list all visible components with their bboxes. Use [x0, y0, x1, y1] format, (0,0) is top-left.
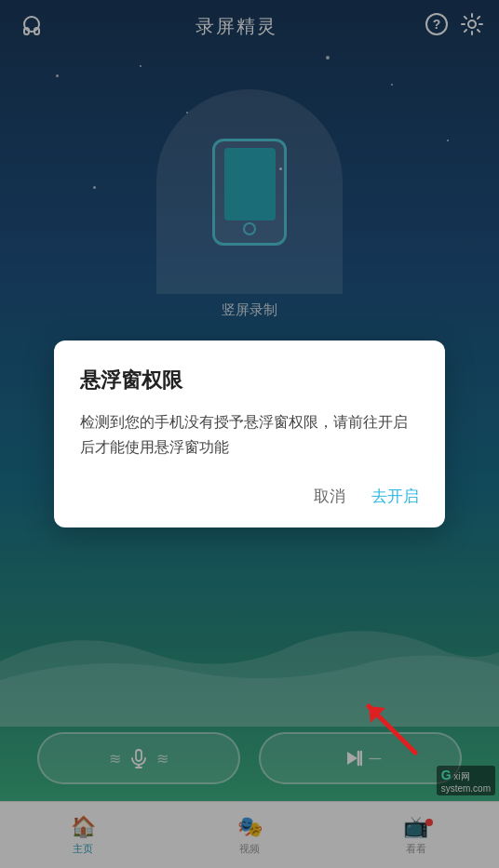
permission-dialog: 悬浮窗权限 检测到您的手机没有授予悬浮窗权限，请前往开启后才能使用悬浮窗功能 取…: [54, 341, 445, 527]
svg-line-12: [369, 706, 415, 753]
dialog-confirm-button[interactable]: 去开启: [371, 486, 419, 507]
dialog-body: 检测到您的手机没有授予悬浮窗权限，请前往开启后才能使用悬浮窗功能: [80, 409, 419, 460]
dialog-actions: 取消 去开启: [80, 486, 419, 507]
dialog-cancel-button[interactable]: 取消: [314, 486, 345, 507]
dialog-overlay: 悬浮窗权限 检测到您的手机没有授予悬浮窗权限，请前往开启后才能使用悬浮窗功能 取…: [0, 0, 499, 868]
dialog-title: 悬浮窗权限: [80, 367, 419, 394]
red-arrow-annotation: [350, 688, 425, 766]
svg-marker-13: [369, 706, 385, 723]
